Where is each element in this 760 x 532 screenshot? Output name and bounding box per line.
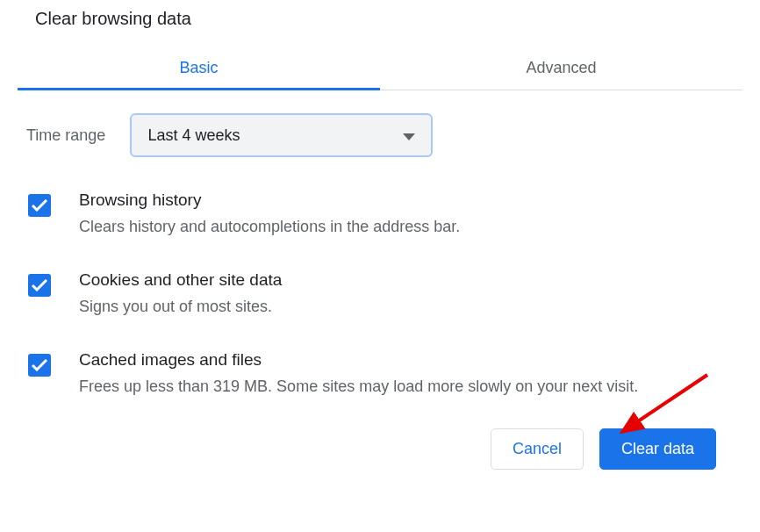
option-title: Cached images and files	[79, 350, 732, 370]
option-title: Browsing history	[79, 191, 732, 210]
check-icon	[32, 359, 47, 371]
option-desc: Signs you out of most sites.	[79, 295, 732, 319]
tab-advanced[interactable]: Advanced	[380, 47, 742, 90]
option-cookies: Cookies and other site data Signs you ou…	[19, 255, 741, 334]
checkbox-cookies[interactable]	[28, 274, 51, 297]
option-browsing-history: Browsing history Clears history and auto…	[19, 175, 741, 255]
dialog-title: Clear browsing data	[18, 0, 742, 29]
tabs: Basic Advanced	[18, 47, 742, 90]
option-desc: Frees up less than 319 MB. Some sites ma…	[79, 375, 732, 399]
cancel-button[interactable]: Cancel	[491, 428, 584, 470]
clear-data-button[interactable]: Clear data	[599, 428, 716, 470]
time-range-select[interactable]: Last 4 weeks	[130, 113, 433, 157]
check-icon	[32, 279, 47, 291]
checkbox-cache[interactable]	[28, 354, 51, 377]
dialog-buttons: Cancel Clear data	[18, 423, 742, 470]
option-desc: Clears history and autocompletions in th…	[79, 215, 732, 239]
option-cache: Cached images and files Frees up less th…	[19, 334, 741, 414]
option-title: Cookies and other site data	[79, 270, 732, 290]
time-range-label: Time range	[26, 126, 105, 145]
options-list: Browsing history Clears history and auto…	[18, 166, 742, 423]
time-range-value: Last 4 weeks	[147, 126, 240, 145]
chevron-down-icon	[403, 126, 415, 145]
checkbox-browsing-history[interactable]	[28, 194, 51, 217]
check-icon	[32, 199, 47, 212]
tab-basic[interactable]: Basic	[18, 47, 380, 90]
